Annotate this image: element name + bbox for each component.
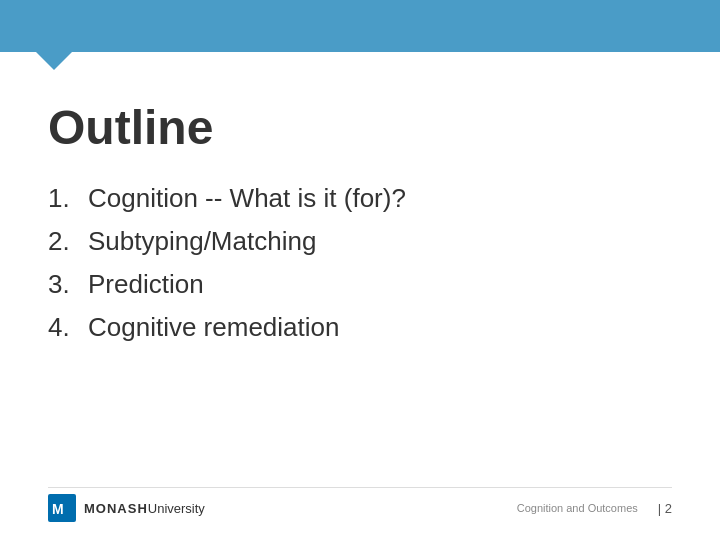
list-text: Cognitive remediation bbox=[88, 312, 339, 343]
list-item: 4. Cognitive remediation bbox=[48, 312, 672, 343]
list-text: Subtyping/Matching bbox=[88, 226, 316, 257]
footer-tagline: Cognition and Outcomes bbox=[517, 502, 638, 514]
list-item: 1. Cognition -- What is it (for)? bbox=[48, 183, 672, 214]
footer-right: Cognition and Outcomes | 2 bbox=[517, 501, 672, 516]
monash-university-label: MONASHUniversity bbox=[84, 501, 205, 516]
svg-text:M: M bbox=[52, 501, 64, 517]
page-number: | 2 bbox=[658, 501, 672, 516]
slide-content: Outline 1. Cognition -- What is it (for)… bbox=[0, 52, 720, 375]
outline-list: 1. Cognition -- What is it (for)? 2. Sub… bbox=[48, 183, 672, 343]
footer: M MONASHUniversity Cognition and Outcome… bbox=[0, 494, 720, 522]
top-bar bbox=[0, 0, 720, 52]
list-number: 4. bbox=[48, 312, 88, 343]
list-item: 3. Prediction bbox=[48, 269, 672, 300]
list-item: 2. Subtyping/Matching bbox=[48, 226, 672, 257]
monash-logo: M MONASHUniversity bbox=[48, 494, 205, 522]
slide-title: Outline bbox=[48, 100, 672, 155]
list-number: 2. bbox=[48, 226, 88, 257]
list-number: 1. bbox=[48, 183, 88, 214]
list-number: 3. bbox=[48, 269, 88, 300]
triangle-accent bbox=[36, 52, 72, 70]
footer-divider bbox=[48, 487, 672, 488]
monash-icon: M bbox=[48, 494, 76, 522]
list-text: Prediction bbox=[88, 269, 204, 300]
list-text: Cognition -- What is it (for)? bbox=[88, 183, 406, 214]
